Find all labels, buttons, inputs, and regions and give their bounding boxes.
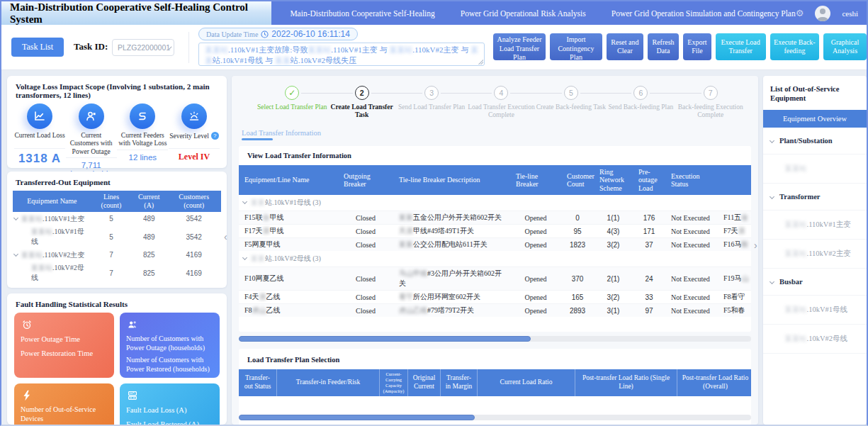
task-id-select[interactable]: PLZG22000001 xyxy=(112,39,174,56)
censored-text: 某某站 xyxy=(784,306,807,313)
toolbar-buttons: Analyze Feeder Load Transfer PlanImport … xyxy=(493,33,867,60)
settings-gear-icon[interactable]: ⚙ xyxy=(796,8,804,18)
nav-simulation-contingency[interactable]: Power Grid Operation Simulation and Cont… xyxy=(611,9,796,18)
cell-customer-count: 95 xyxy=(561,225,594,238)
chevron-down-icon xyxy=(242,199,247,204)
censored-text: 天涯 xyxy=(399,227,413,235)
group-name: 某某站.10kV#2母线 (3) xyxy=(239,251,751,267)
table-row[interactable]: 某某站.10kV#1母线54893542 xyxy=(13,225,221,248)
load-transfer-table: Equipment/Line NameOutgoing BreakerTie-l… xyxy=(239,165,751,318)
table-row[interactable]: 某某站.110kV#1主变54893542 xyxy=(13,212,221,225)
scrollbar-thumb[interactable] xyxy=(239,415,475,420)
step-back-feeding-execution-complete: 7Back-feeding Execution Complete xyxy=(676,86,745,120)
toolbar-button-refresh-data[interactable]: Refresh Data xyxy=(648,33,679,60)
step-number: 6 xyxy=(633,86,648,100)
app-root: Main-Distribution Cooperative Self-Heali… xyxy=(0,0,868,426)
tree-node-busbar[interactable]: Busbar xyxy=(763,269,867,296)
censored-text: 某某 xyxy=(275,56,291,65)
step-create-back-feeding-task: 5Create Back-feeding Task xyxy=(536,86,606,120)
cell-lines-count: 7 xyxy=(91,248,131,262)
censored-text: 某某站 xyxy=(784,220,807,228)
tree-leaf[interactable]: 某某站.10kV#1母线 xyxy=(763,296,867,325)
chevron-down-icon xyxy=(770,279,774,284)
table-row[interactable]: F8虎山乙线Closed虎山乙线#79塔79T2开关Opened28933(1)… xyxy=(239,304,751,318)
censored-text: 金 xyxy=(741,213,748,221)
table-group-row[interactable]: 某某站.10kV#2母线 (3) xyxy=(239,251,751,267)
tree-node-transformer[interactable]: Transformer xyxy=(763,184,867,211)
cell-current: 825 xyxy=(131,262,167,284)
cell-pre-outage-load: 171 xyxy=(633,225,665,238)
column-header: Customer Count xyxy=(561,165,594,196)
table-row[interactable]: F5网夏甲线Closed某某公交公用配电站611开关Opened18233(2)… xyxy=(239,238,751,252)
step-send-load-transfer-plan: 3Send Load Transfer Plan xyxy=(397,86,466,120)
table-row[interactable]: 某某站.10kV#2母线78254169 xyxy=(13,262,221,284)
table-row[interactable]: 某某站.110kV#2主变78254169 xyxy=(13,248,221,262)
stat-card-line: Fault Load Loss (A) xyxy=(126,405,213,415)
toolbar-button-execute-load-transfer[interactable]: Execute Load Transfer xyxy=(716,33,766,60)
toolbar-button-import-contingency-plan[interactable]: Import Contingency Plan xyxy=(550,33,602,60)
step-label: Create Load Transfer Task xyxy=(327,103,396,120)
tree-node-plant-substation[interactable]: Plant/Substation xyxy=(763,128,867,155)
horizontal-scrollbar[interactable] xyxy=(239,415,751,420)
toolbar-button-analyze-feeder-load-transfer-plan[interactable]: Analyze Feeder Load Transfer Plan xyxy=(493,33,546,60)
cell-tie-line-description: 看守所公用环网室602开关 xyxy=(393,291,510,304)
toolbar-button-export-file[interactable]: Export File xyxy=(683,33,711,60)
impact-metric-current-customers-with-power-outage: Current Customers with Power Outage7,711… xyxy=(66,102,117,178)
table-row[interactable]: F15联合甲线Closed某某五金公用户外开关箱602开关Opened01(1)… xyxy=(239,211,751,225)
equipment-overview-banner[interactable]: Equipment Overview xyxy=(763,110,867,128)
censored-text: 某某站 xyxy=(308,45,331,54)
step-label: Create Back-feeding Task xyxy=(536,103,606,111)
column-header: Lines (count) xyxy=(91,191,131,212)
step-number: 3 xyxy=(424,86,439,100)
horizontal-scrollbar[interactable] xyxy=(239,336,751,342)
tree-leaf[interactable]: 某某站.110kV#1主变 xyxy=(763,211,867,240)
table-row[interactable]: F4天涯乙线Closed看守所公用环网室602开关Opened1653(2)33… xyxy=(239,291,751,304)
cell-tie-line-breaker: Opened xyxy=(510,304,561,318)
cell-ring-network-scheme: 4(3) xyxy=(594,225,633,238)
view-load-transfer-box: View Load Transfer Information Equipment… xyxy=(239,146,751,332)
censored-text: 某某站 xyxy=(31,264,52,271)
tree-leaf[interactable]: 某某站.110kV#2主变 xyxy=(763,240,867,269)
step-number: 4 xyxy=(494,86,508,100)
collapse-right-arrow[interactable]: › xyxy=(754,240,757,251)
cell-line-name: F8虎山乙线 xyxy=(239,304,338,318)
tree-leaf[interactable]: 某某站.10kV#2母线 xyxy=(763,325,867,354)
impact-metric-severity-level: Severity Level?Level IV xyxy=(169,102,220,178)
cell-transfer-in-feeder: F5和春 xyxy=(718,304,751,318)
impact-metric-current-feeders-with-voltage-loss: Current Feeders with Voltage Loss12 line… xyxy=(117,102,168,178)
censored-text: 马山甲线 xyxy=(399,269,427,277)
fault-stats-title: Fault Handling Statistical Results xyxy=(7,293,227,311)
stat-card-line: Number of Customers with Power Restored … xyxy=(126,356,213,374)
table-row[interactable]: F17天涯甲线Closed天涯甲线#49塔49T1开关Opened954(3)1… xyxy=(239,225,751,238)
task-list-button[interactable]: Task List xyxy=(11,38,64,57)
table-group-row[interactable]: 某某站.10kV#1母线 (3) xyxy=(239,195,751,211)
toolbar-button-graphical-analysis[interactable]: Graphical Analysis xyxy=(823,33,867,60)
censored-text: 某某 xyxy=(205,45,478,65)
cell-execution-status: Not Executed xyxy=(665,238,718,252)
user-avatar-icon[interactable] xyxy=(815,6,830,21)
table-row[interactable]: F10网夏乙线Closed马山甲线#3公用户外开关箱602开关Opened370… xyxy=(239,267,751,291)
plan-column-header-post-transfer-load-ratio-single-line: Post-transfer Load Ratio (Single Line) xyxy=(575,369,677,396)
collapse-left-arrow[interactable]: ‹ xyxy=(224,231,227,242)
toolbar-button-reset-and-clear[interactable]: Reset and Clear xyxy=(607,33,643,60)
cell-outgoing-breaker: Closed xyxy=(338,267,393,291)
nav-main-distribution-self-healing[interactable]: Main-Distribution Cooperative Self-Heali… xyxy=(290,9,434,18)
tab-load-transfer-information[interactable]: Load Transfer Information xyxy=(242,129,321,140)
fault-description-textarea[interactable]: 某某站.110kV#1主变故障:导致某某站.110kV#1主变 与 某某站.11… xyxy=(198,43,485,66)
censored-text: 合 xyxy=(263,213,270,221)
cell-line-name: F5网夏甲线 xyxy=(239,238,338,252)
help-icon[interactable]: ? xyxy=(211,132,219,140)
metric-label: Severity Level? xyxy=(169,132,220,149)
toolbar-button-execute-back-feeding[interactable]: Execute Back-feeding xyxy=(770,33,819,60)
step-label: Select Load Transfer Plan xyxy=(257,103,327,111)
data-update-time: 2022-06-10 16:11:14 xyxy=(271,29,350,39)
step-number: 2 xyxy=(355,86,369,100)
cell-customer-count: 0 xyxy=(561,211,594,225)
censored-text: 某某站 xyxy=(784,164,807,172)
tab-row: Load Transfer Information xyxy=(232,120,758,140)
cell-pre-outage-load: 97 xyxy=(633,304,665,318)
nav-risk-analysis[interactable]: Power Grid Operational Risk Analysis xyxy=(461,9,586,18)
customers-icon xyxy=(126,318,213,331)
tree-leaf[interactable]: 某某站 xyxy=(763,155,867,184)
scrollbar-thumb[interactable] xyxy=(239,336,531,342)
